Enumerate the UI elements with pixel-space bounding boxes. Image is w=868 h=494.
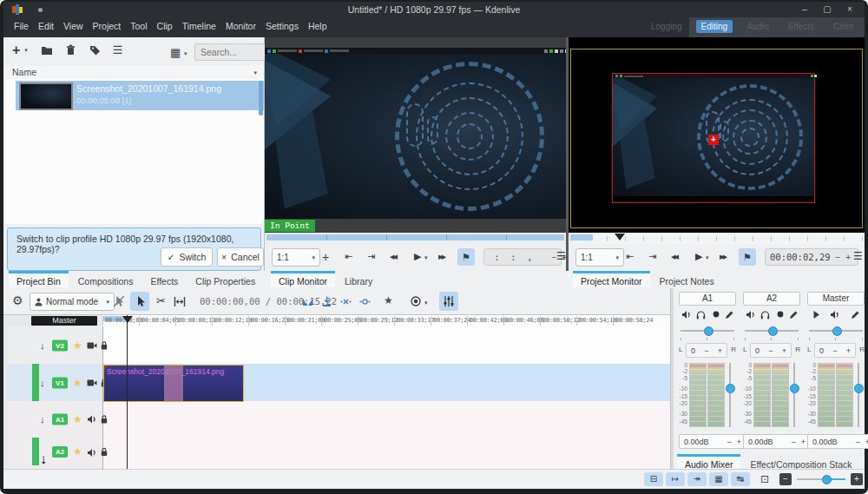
play-button[interactable]: ▶ <box>414 251 421 262</box>
forward-button[interactable]: ▸▸ <box>720 251 726 262</box>
tab-project-monitor[interactable]: Project Monitor <box>573 271 650 287</box>
insert-zone-button[interactable] <box>321 296 332 307</box>
track-badge[interactable]: V2 <box>52 339 68 351</box>
menu-file[interactable]: File <box>14 21 29 31</box>
maximize-button[interactable]: ▢ <box>821 4 833 14</box>
project-zoom-combo[interactable]: 1:1 ▾ <box>575 248 624 267</box>
tab-clip-monitor[interactable]: Clip Monitor <box>271 271 335 287</box>
balance-minus[interactable]: − <box>704 346 708 355</box>
workspace-tab-logging[interactable]: Logging <box>646 20 687 33</box>
workspace-tab-editing[interactable]: Editing <box>696 20 733 33</box>
razor-tool-button[interactable]: ✂ <box>156 295 166 306</box>
gain-minus[interactable]: − <box>727 438 731 446</box>
volume-slider[interactable] <box>807 326 865 335</box>
playhead-marker[interactable] <box>122 316 133 323</box>
clip-timecode-field[interactable]: : : , − + <box>483 248 562 266</box>
overwrite-zone-button[interactable] <box>340 296 352 307</box>
column-sort-icon[interactable]: ▾ <box>253 69 257 76</box>
zone-mode-toggle[interactable]: ⚑ <box>457 248 475 266</box>
gain-fader-handle[interactable] <box>790 384 799 393</box>
target-track-indicator[interactable] <box>32 438 39 465</box>
add-clip-dropdown-icon[interactable]: ▾ <box>24 47 28 54</box>
track-badge[interactable]: V1 <box>52 377 68 388</box>
track-effects-star-icon[interactable]: ★ <box>73 413 82 425</box>
workspace-tab-color[interactable]: Color <box>828 20 859 33</box>
mute-icon[interactable] <box>681 310 692 319</box>
show-mixes-toggle[interactable]: ⊟ <box>644 472 663 486</box>
menu-settings[interactable]: Settings <box>266 21 299 31</box>
search-input[interactable] <box>194 43 269 61</box>
balance-plus[interactable]: + <box>782 346 786 355</box>
play-button[interactable]: ▶ <box>695 251 702 262</box>
disable-tool-button[interactable] <box>113 295 125 307</box>
play-dropdown-icon[interactable]: ▾ <box>424 254 428 261</box>
zone-in-button[interactable]: ⇤ <box>345 251 352 262</box>
mute-track-icon[interactable] <box>87 415 97 425</box>
track-lane-a1[interactable] <box>102 401 670 438</box>
channel-name[interactable]: Master <box>807 292 865 306</box>
snap-toggle[interactable]: ↠ <box>687 472 707 486</box>
record-icon[interactable] <box>776 310 785 319</box>
monitor-menu-button[interactable]: ☰ <box>556 250 566 262</box>
monitor-headphones-icon[interactable] <box>760 310 770 319</box>
gain-field[interactable]: 0.00dB − + <box>743 434 811 449</box>
show-thumbnails-toggle[interactable]: ▦ <box>709 472 728 486</box>
fit-zoom-button[interactable]: ⊡ <box>760 473 769 485</box>
monitor-menu-button[interactable]: ☰ <box>853 250 863 262</box>
zone-out-button[interactable]: ⇥ <box>648 251 656 262</box>
close-button[interactable]: × <box>844 4 856 14</box>
project-monitor[interactable]: + <box>569 37 865 233</box>
timeline-position-timecode[interactable]: 00:00:00,00 / 00:00:15,22 <box>200 296 337 306</box>
timeline-settings-button[interactable]: ⚙ <box>12 295 23 306</box>
monitor-headphones-icon[interactable] <box>696 310 706 319</box>
track-badge[interactable]: A1 <box>52 414 68 425</box>
show-waveforms-toggle[interactable]: ↹ <box>731 472 750 486</box>
favorite-effects-button[interactable]: ★ <box>384 294 393 306</box>
balance-field[interactable]: 0 − + <box>686 343 727 358</box>
menu-project[interactable]: Project <box>93 21 122 31</box>
play-icon[interactable] <box>812 310 820 319</box>
record-dropdown-icon[interactable]: ▾ <box>424 300 428 306</box>
tab-compositions[interactable]: Compositions <box>70 271 141 287</box>
record-icon[interactable] <box>712 310 720 319</box>
channel-name[interactable]: A1 <box>679 292 736 306</box>
project-timecode-field[interactable]: 00:00:02,29 − + <box>765 248 858 266</box>
balance-field[interactable]: 0 − + <box>814 343 856 358</box>
menu-view[interactable]: View <box>63 21 83 31</box>
collapse-track-icon[interactable]: ↓ <box>40 414 45 425</box>
rewind-button[interactable]: ◂◂ <box>671 251 677 262</box>
bin-clip-row[interactable]: Screenshot_20201007_161914.png 00:00:05:… <box>16 81 264 110</box>
edit-mode-combo[interactable]: Normal mode ▾ <box>30 293 115 311</box>
mixer-toggle-button[interactable] <box>439 292 458 311</box>
menu-monitor[interactable]: Monitor <box>226 21 256 31</box>
minimize-button[interactable]: – <box>799 4 811 14</box>
transform-center-handle[interactable]: + <box>708 135 719 145</box>
list-options-button[interactable]: ☰ <box>113 44 123 56</box>
hide-video-icon[interactable] <box>87 379 97 387</box>
timeline-ruler[interactable]: 00:00:00;0000:00:04;0500:00:08;1100:00:1… <box>102 315 670 327</box>
hide-video-icon[interactable] <box>87 341 97 350</box>
monitor-playhead-marker[interactable] <box>615 234 625 240</box>
spacer-tool-button[interactable] <box>174 296 186 307</box>
show-channel-icon[interactable] <box>851 310 860 319</box>
tab-clip-properties[interactable]: Clip Properties <box>187 271 263 287</box>
clip-zoom-combo[interactable]: 1:1 ▾ <box>272 248 320 267</box>
lock-track-icon[interactable] <box>100 415 108 425</box>
track-header-v2[interactable]: ↓ V2 ★ <box>7 326 103 365</box>
track-header-a1[interactable]: ↓ A1 ★ <box>7 401 103 438</box>
show-subtitles-toggle[interactable]: ↦ <box>666 472 685 486</box>
mute-track-icon[interactable] <box>87 448 97 458</box>
project-zone-bar[interactable] <box>570 234 593 240</box>
monitor-splitter[interactable] <box>566 37 569 271</box>
create-folder-button[interactable] <box>41 44 53 56</box>
add-marker-button[interactable]: + <box>322 250 329 264</box>
gain-field[interactable]: 0.00dB − + <box>807 434 868 449</box>
tab-effects[interactable]: Effects <box>142 271 186 287</box>
gain-fader-track[interactable] <box>858 363 859 427</box>
record-button[interactable] <box>410 295 422 307</box>
track-lane-v2[interactable] <box>102 326 670 365</box>
gain-plus[interactable]: + <box>737 438 741 446</box>
collapse-track-icon[interactable]: ↓ <box>40 451 47 467</box>
mute-icon[interactable] <box>746 310 756 319</box>
play-dropdown-icon[interactable]: ▾ <box>706 254 709 261</box>
